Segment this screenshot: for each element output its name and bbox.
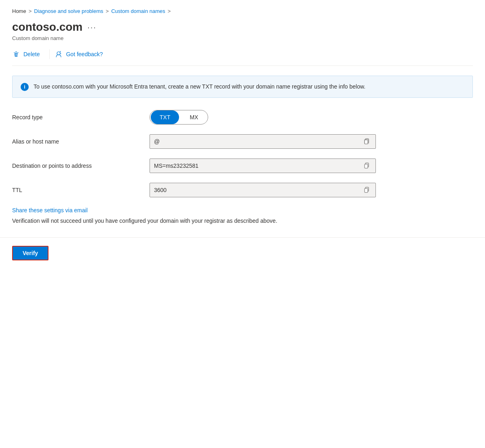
info-box: i To use contoso.com with your Microsoft… [12, 76, 473, 98]
info-text: To use contoso.com with your Microsoft E… [34, 82, 365, 91]
copy-icon [363, 138, 370, 145]
breadcrumb-sep-2: > [106, 8, 109, 14]
svg-rect-6 [365, 188, 368, 192]
alias-input[interactable] [154, 138, 362, 145]
record-type-label: Record type [12, 114, 150, 120]
share-link[interactable]: Share these settings via email [12, 207, 88, 213]
breadcrumb-sep-1: > [29, 8, 32, 14]
ttl-row: TTL [12, 183, 473, 197]
ttl-input[interactable] [154, 187, 362, 193]
verification-note: Verification will not succeed until you … [12, 217, 473, 225]
copy-icon [363, 163, 370, 169]
delete-label: Delete [23, 51, 40, 57]
footer: Verify [0, 238, 485, 268]
copy-icon [363, 187, 370, 193]
alias-label: Alias or host name [12, 138, 150, 145]
form-area: Record type TXT MX Alias or host name [12, 110, 473, 225]
svg-rect-4 [365, 164, 368, 168]
alias-control [150, 134, 376, 149]
verify-button[interactable]: Verify [12, 246, 48, 260]
info-icon: i [21, 83, 29, 91]
toggle-txt[interactable]: TXT [151, 110, 179, 124]
ttl-copy-button[interactable] [362, 185, 371, 195]
breadcrumb-home[interactable]: Home [12, 8, 26, 14]
ttl-field [150, 183, 376, 197]
record-type-row: Record type TXT MX [12, 110, 473, 125]
alias-field [150, 134, 376, 149]
page-title-area: contoso.com ··· Custom domain name [12, 21, 473, 41]
ttl-control [150, 183, 376, 197]
destination-control [150, 158, 376, 173]
feedback-icon [55, 50, 63, 58]
delete-button[interactable]: Delete [12, 48, 44, 61]
record-type-toggle: TXT MX [150, 110, 208, 125]
destination-label: Destination or points to address [12, 163, 150, 169]
toolbar: Delete Got feedback? [12, 48, 473, 66]
breadcrumb-sep-3: > [168, 8, 171, 14]
feedback-button[interactable]: Got feedback? [55, 48, 108, 61]
more-options-button[interactable]: ··· [87, 23, 97, 32]
breadcrumb-diagnose[interactable]: Diagnose and solve problems [34, 8, 103, 14]
page-title: contoso.com [12, 21, 82, 34]
toolbar-separator [49, 49, 50, 59]
ttl-label: TTL [12, 187, 150, 193]
record-type-control: TXT MX [150, 110, 376, 125]
destination-field [150, 158, 376, 173]
feedback-label: Got feedback? [66, 51, 103, 57]
delete-icon [12, 50, 20, 58]
destination-row: Destination or points to address [12, 158, 473, 173]
breadcrumb: Home > Diagnose and solve problems > Cus… [12, 8, 473, 14]
toggle-mx[interactable]: MX [180, 110, 208, 124]
page-subtitle: Custom domain name [12, 35, 473, 41]
breadcrumb-custom-domains[interactable]: Custom domain names [111, 8, 165, 14]
alias-row: Alias or host name [12, 134, 473, 149]
destination-input[interactable] [154, 163, 362, 169]
destination-copy-button[interactable] [362, 161, 371, 171]
svg-rect-2 [365, 140, 368, 144]
alias-copy-button[interactable] [362, 137, 371, 146]
